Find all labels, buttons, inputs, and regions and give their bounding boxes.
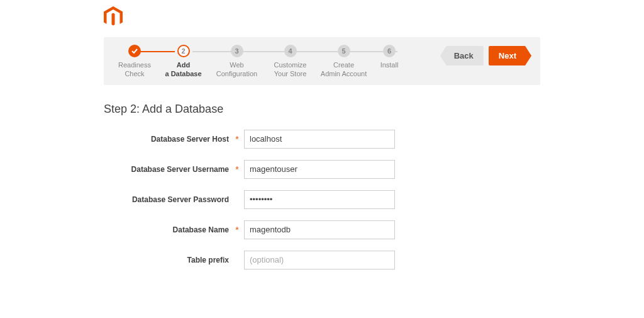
label-table-prefix: Table prefix [104, 256, 233, 264]
row-table-prefix: Table prefix [104, 251, 540, 270]
label-db-host: Database Server Host [104, 135, 233, 144]
row-db-username: Database Server Username * [104, 160, 540, 179]
required-marker: * [233, 134, 242, 144]
required-marker: * [233, 225, 242, 235]
page-heading: Step 2: Add a Database [104, 103, 540, 116]
step-add-database[interactable]: 2 Add a Database [157, 45, 210, 79]
step-readiness-check[interactable]: Readiness Check [113, 45, 157, 79]
required-marker: * [233, 164, 242, 174]
step-create-admin[interactable]: 5 Create Admin Account [317, 45, 370, 79]
label-db-username: Database Server Username [104, 165, 233, 174]
step-label: Readiness Check [118, 61, 151, 79]
table-prefix-input[interactable] [244, 251, 395, 270]
next-button[interactable]: Next [489, 46, 531, 65]
step-label: Web Configuration [216, 61, 257, 79]
db-username-input[interactable] [244, 160, 395, 179]
label-db-name: Database Name [104, 225, 233, 234]
row-db-password: Database Server Password [104, 190, 540, 209]
db-password-input[interactable] [244, 190, 395, 209]
logo-area [104, 6, 540, 30]
step-circle: 5 [338, 45, 350, 57]
step-label: Create Admin Account [321, 61, 367, 79]
magento-logo-icon [104, 6, 123, 28]
step-label: Customize Your Store [274, 61, 307, 79]
back-button[interactable]: Back [440, 46, 484, 65]
step-circle [128, 45, 141, 57]
label-db-password: Database Server Password [104, 195, 233, 204]
row-db-name: Database Name * [104, 220, 540, 239]
step-circle: 6 [383, 45, 396, 57]
step-web-configuration[interactable]: 3 Web Configuration [210, 45, 264, 79]
wizard-nav: Back Next [440, 46, 531, 65]
wizard-bar: Readiness Check 2 Add a Database 3 Web C… [104, 37, 540, 85]
database-form: Database Server Host * Database Server U… [104, 130, 540, 270]
step-circle: 4 [284, 45, 297, 57]
step-customize-store[interactable]: 4 Customize Your Store [264, 45, 317, 79]
row-db-host: Database Server Host * [104, 130, 540, 149]
db-host-input[interactable] [244, 130, 395, 149]
step-label: Install [380, 61, 399, 70]
check-icon [131, 48, 138, 54]
wizard-steps: Readiness Check 2 Add a Database 3 Web C… [113, 45, 408, 79]
step-install[interactable]: 6 Install [370, 45, 408, 70]
db-name-input[interactable] [244, 220, 395, 239]
step-label: Add a Database [165, 61, 201, 79]
step-circle: 2 [177, 45, 190, 57]
step-circle: 3 [231, 45, 243, 57]
